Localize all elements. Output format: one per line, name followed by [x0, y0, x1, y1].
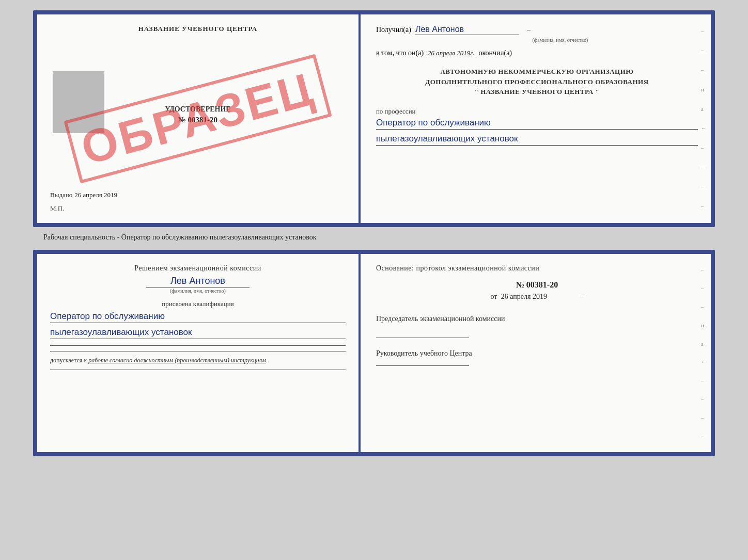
cert-issued-date: 26 апреля 2019: [74, 191, 117, 199]
qual-blank-line3: [50, 370, 346, 370]
profession-value2: пылегазоулавливающих установок: [376, 134, 698, 146]
qual-blank-line2: [50, 351, 346, 351]
org-line3: " НАЗВАНИЕ УЧЕБНОГО ЦЕНТРА ": [376, 87, 698, 97]
fio-label-top: (фамилия, имя, отчество): [423, 37, 698, 43]
cert-issued-line: Выдано 26 апреля 2019: [50, 191, 346, 199]
basis-label: Основание: протокол экзаменационной коми…: [376, 264, 698, 273]
date-suffix: окончил(а): [478, 49, 512, 57]
qual-left-page: Решением экзаменационной комиссии Лев Ан…: [37, 254, 361, 452]
qual-decision-label: Решением экзаменационной комиссии: [50, 264, 346, 273]
qual-blank-line1: [50, 345, 346, 346]
specialty-label: Рабочая специальность - Оператор по обсл…: [43, 233, 317, 242]
cert-right-page: Получил(а) Лев Антонов – (фамилия, имя, …: [361, 14, 711, 223]
basis-number: № 00381-20: [376, 280, 698, 290]
received-prefix: Получил(а): [376, 26, 411, 34]
cert-doc-number: № 00381-20: [50, 116, 346, 124]
qual-assigned-label: присвоена квалификация: [50, 300, 346, 308]
basis-date-prefix: от: [490, 293, 497, 300]
qualification-booklet: Решением экзаменационной комиссии Лев Ан…: [33, 250, 715, 456]
profession-label: по профессии: [376, 107, 698, 116]
received-name: Лев Антонов: [415, 25, 519, 35]
chairman-label: Председатель экзаменационной комиссии: [376, 314, 698, 324]
qual-profession1: Оператор по обслуживанию: [50, 311, 346, 323]
admission-prefix: допускается к: [50, 357, 87, 364]
org-line2: ДОПОЛНИТЕЛЬНОГО ПРОФЕССИОНАЛЬНОГО ОБРАЗО…: [376, 77, 698, 87]
date-line: в том, что он(а) 26 апреля 2019г. окончи…: [376, 49, 698, 57]
director-signature-line: [376, 365, 469, 366]
qual-profession2: пылегазоулавливающих установок: [50, 327, 346, 339]
top-certificate-booklet: НАЗВАНИЕ УЧЕБНОГО ЦЕНТРА ОБРАЗЕЦ УДОСТОВ…: [33, 10, 715, 227]
date-value: 26 апреля 2019г.: [428, 49, 474, 57]
cert-title: НАЗВАНИЕ УЧЕБНОГО ЦЕНТРА: [50, 25, 346, 33]
qual-right-page: Основание: протокол экзаменационной коми…: [361, 254, 711, 452]
chairman-signature-line: [376, 338, 469, 338]
director-label: Руководитель учебного Центра: [376, 348, 698, 359]
document-wrapper: НАЗВАНИЕ УЧЕБНОГО ЦЕНТРА ОБРАЗЕЦ УДОСТОВ…: [33, 10, 715, 456]
mp-label: М.П.: [50, 204, 346, 213]
org-line1: АВТОНОМНУЮ НЕКОММЕРЧЕСКУЮ ОРГАНИЗАЦИЮ: [376, 67, 698, 77]
basis-date-value: 26 апреля 2019: [501, 293, 547, 300]
cert-issued-area: Выдано 26 апреля 2019 М.П.: [50, 186, 346, 213]
cert-doc-label: УДОСТОВЕРЕНИЕ: [50, 105, 346, 114]
right-edge-dashes: – – – и а ← – – – –: [701, 14, 707, 223]
qual-admission: допускается к работе согласно должностны…: [50, 357, 346, 364]
basis-date: от 26 апреля 2019 –: [376, 293, 698, 301]
qual-fio-label: (фамилия, имя, отчество): [146, 287, 250, 294]
org-block: АВТОНОМНУЮ НЕКОММЕРЧЕСКУЮ ОРГАНИЗАЦИЮ ДО…: [376, 67, 698, 97]
cert-left-page: НАЗВАНИЕ УЧЕБНОГО ЦЕНТРА ОБРАЗЕЦ УДОСТОВ…: [37, 14, 361, 223]
qual-right-edge-dashes: – – – и а ← – – – –: [701, 254, 707, 452]
cert-issued-label: Выдано: [50, 191, 72, 199]
date-prefix: в том, что он(а): [376, 49, 424, 57]
profession-value1: Оператор по обслуживанию: [376, 118, 698, 130]
qual-person-name: Лев Антонов: [50, 276, 346, 286]
admission-value: работе согласно должностным (производств…: [88, 357, 266, 364]
received-line: Получил(а) Лев Антонов –: [376, 25, 698, 35]
